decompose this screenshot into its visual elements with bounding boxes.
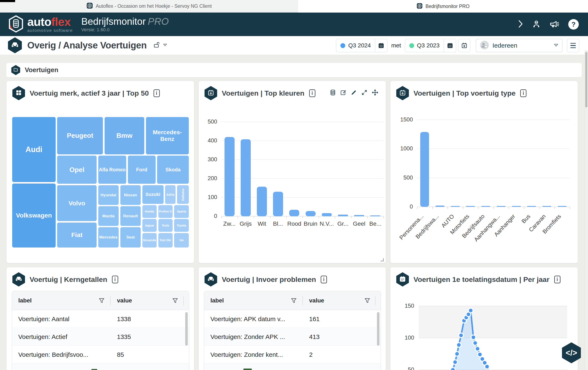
info-icon[interactable]: i xyxy=(321,276,327,283)
treemap-cell-mercedes[interactable]: Mercedes xyxy=(98,227,119,248)
treemap-cell-volkswagen[interactable]: Volkswagen xyxy=(12,183,56,248)
column-header-value[interactable]: value xyxy=(309,291,324,310)
table-row[interactable]: Voertuigen: Zonder APK ...413 xyxy=(204,328,381,346)
bar-bl-[interactable] xyxy=(273,192,283,216)
audience-select[interactable]: Iedereen xyxy=(476,39,562,52)
treemap-cell-skoda[interactable]: Skoda xyxy=(157,156,189,184)
data-point[interactable] xyxy=(457,342,461,347)
bar-grijs[interactable] xyxy=(241,139,251,216)
bar-geel[interactable] xyxy=(354,215,364,216)
table-row-partial[interactable] xyxy=(204,363,381,370)
treemap-cell-nissan[interactable]: Nissan xyxy=(120,185,141,205)
data-point[interactable] xyxy=(471,335,476,340)
bar-aanhangwa-[interactable] xyxy=(497,206,505,207)
section-voertuigen[interactable]: Voertuigen xyxy=(6,63,582,77)
menu-button[interactable] xyxy=(567,39,579,52)
megaphone-icon[interactable] xyxy=(549,19,560,30)
data-point[interactable] xyxy=(453,360,457,365)
filter-icon[interactable] xyxy=(172,297,178,305)
unlock-icon[interactable] xyxy=(153,41,160,50)
calendar-add-button[interactable] xyxy=(458,39,470,52)
bar-bromfiets[interactable] xyxy=(558,206,567,207)
data-point[interactable] xyxy=(478,352,482,357)
chevron-down-icon[interactable] xyxy=(163,43,167,47)
table-scrollbar[interactable] xyxy=(185,312,188,346)
bar-caravan[interactable] xyxy=(542,206,551,207)
period-compare-calendar-button[interactable] xyxy=(444,39,456,52)
bar-n-v-[interactable] xyxy=(322,213,332,216)
treemap-cell-jaguar[interactable]: Jaguar xyxy=(142,219,157,232)
table-row[interactable]: Voertuigen: Actief1335 xyxy=(12,328,189,346)
treemap-cell-tesla[interactable]: Tesla xyxy=(158,219,173,232)
treemap-cell-seat[interactable]: Seat xyxy=(120,227,141,248)
table-row[interactable]: Voertuigen: Aantal1338 xyxy=(12,310,189,328)
browser-tab-bedrijfsmonitor[interactable]: Bedrijfsmonitor PRO xyxy=(298,0,588,13)
bar-bedrijfswa-[interactable] xyxy=(436,206,444,207)
period-primary-button[interactable]: Q3 2024 xyxy=(336,39,375,52)
column-header-value[interactable]: value xyxy=(117,291,132,310)
bar-bruin[interactable] xyxy=(305,211,316,216)
data-point[interactable] xyxy=(451,368,455,370)
treemap-cell-daihatsu[interactable]: Daihatsu xyxy=(177,185,189,204)
treemap-cell-fiat[interactable]: Fiat xyxy=(57,222,97,248)
period-compare-button[interactable]: Q3 2023 xyxy=(405,39,444,52)
bar-be-[interactable] xyxy=(370,215,380,216)
treemap-cell-ford[interactable]: Ford xyxy=(128,156,156,184)
treemap-cell-opel[interactable]: Opel xyxy=(57,156,97,184)
treemap-cell-renault[interactable]: Renault xyxy=(120,206,141,226)
browser-tab-servoy[interactable]: Autoflex - Occasion om het Hoekje - Serv… xyxy=(0,0,298,13)
filter-icon[interactable] xyxy=(291,297,297,305)
bar-rood[interactable] xyxy=(289,210,299,216)
treemap-cell-peugeot[interactable]: Peugeot xyxy=(57,117,103,154)
period-primary-calendar-button[interactable] xyxy=(375,39,387,52)
bar-auto[interactable] xyxy=(451,206,460,207)
treemap-cell-proline-s[interactable]: Proline S xyxy=(158,205,173,218)
treemap-cell-mercedes-benz[interactable]: Mercedes-Benz xyxy=(146,117,189,154)
table-row[interactable]: Voertuigen: APK datum v...161 xyxy=(204,310,381,328)
collapse-chevron-icon[interactable] xyxy=(518,20,523,29)
page-scrollbar-thumb[interactable] xyxy=(585,52,587,107)
data-point[interactable] xyxy=(459,333,463,338)
user-icon[interactable] xyxy=(532,19,541,29)
bar-aanhanger[interactable] xyxy=(512,206,521,207)
bar-bedrijfsauto[interactable] xyxy=(481,206,490,207)
bar-gr-[interactable] xyxy=(338,215,348,216)
data-point[interactable] xyxy=(468,308,473,313)
data-point[interactable] xyxy=(485,364,489,369)
treemap-cell-bmw[interactable]: Bmw xyxy=(105,117,144,154)
filter-icon[interactable] xyxy=(364,297,370,305)
table-row[interactable]: Voertuigen: Zonder kent...2 xyxy=(204,346,381,363)
resize-handle[interactable] xyxy=(380,258,384,261)
bar-motorfiets[interactable] xyxy=(466,206,475,207)
treemap-cell-suzuki[interactable]: Suzuki xyxy=(142,185,164,204)
bar-wit[interactable] xyxy=(257,187,267,216)
column-header-label[interactable]: label xyxy=(210,291,224,310)
info-icon[interactable]: i xyxy=(154,89,160,97)
treemap-cell-nissanda[interactable]: Nissanda xyxy=(142,233,157,248)
treemap-cell-sparta[interactable]: Sparta xyxy=(174,205,189,218)
bar-personena-[interactable] xyxy=(420,132,429,207)
help-icon[interactable]: ? xyxy=(568,19,579,30)
filter-icon[interactable] xyxy=(98,297,105,305)
info-icon[interactable]: i xyxy=(112,276,118,283)
treemap-cell-hyundai[interactable]: Hyundai xyxy=(98,185,119,205)
treemap-cell-mazda[interactable]: Mazda xyxy=(98,206,119,226)
table-scrollbar[interactable] xyxy=(377,312,379,346)
treemap-cell-test-okr[interactable]: Test Okr xyxy=(158,233,173,248)
data-point[interactable] xyxy=(455,351,459,356)
table-row-partial[interactable] xyxy=(12,363,189,370)
treemap-cell-volvo[interactable]: Volvo xyxy=(57,185,97,221)
column-header-label[interactable]: label xyxy=(18,291,32,310)
treemap-cell-toyota[interactable]: Toyota xyxy=(174,219,189,232)
bar-bus[interactable] xyxy=(527,206,536,207)
bar-zw-[interactable] xyxy=(224,137,235,216)
treemap-cell-audi[interactable]: Audi xyxy=(12,117,56,182)
treemap-cell-vw[interactable]: Vw xyxy=(174,233,189,248)
treemap-cell-honda[interactable]: Honda xyxy=(142,205,157,218)
code-button[interactable]: </> xyxy=(562,342,581,363)
treemap-cell-adria[interactable]: Adria xyxy=(165,185,176,204)
data-point[interactable] xyxy=(475,347,480,351)
treemap-cell-alfa-romeo[interactable]: Alfa Romeo xyxy=(98,156,126,184)
table-row[interactable]: Voertuigen: Bedrijfsvoo...85 xyxy=(12,346,189,363)
data-point[interactable] xyxy=(473,341,478,345)
